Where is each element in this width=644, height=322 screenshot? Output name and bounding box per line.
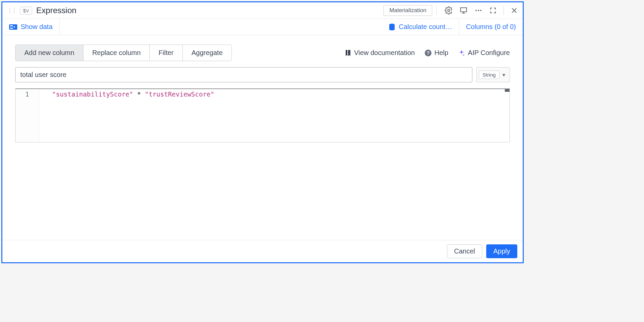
line-number: 1 <box>16 90 39 98</box>
view-documentation-link[interactable]: View documentation <box>345 49 415 57</box>
divider <box>503 6 504 15</box>
panel-subheader: Show data Calculate count… Columns (0 of… <box>2 19 523 35</box>
apply-button[interactable]: Apply <box>486 244 517 258</box>
database-icon <box>389 23 395 31</box>
svg-rect-5 <box>9 24 17 30</box>
bookmark-icon <box>345 49 351 57</box>
expand-icon[interactable] <box>489 7 497 14</box>
column-type-select[interactable]: String ▼ <box>476 67 510 82</box>
svg-rect-7 <box>10 28 13 29</box>
drag-handle-icon[interactable]: ⋮⋮ <box>7 7 16 14</box>
aip-configure-link[interactable]: AIP Configure <box>458 49 510 57</box>
panel-title: Expression <box>36 6 76 15</box>
column-type-label: String <box>479 71 499 79</box>
tab-replace-column[interactable]: Replace column <box>83 45 150 61</box>
expression-panel: ⋮⋮ $V Expression Materialization <box>1 1 524 263</box>
helper-links: View documentation ? Help AIP Configure <box>345 49 510 57</box>
column-config-row: String ▼ <box>15 67 510 82</box>
scroll-marker <box>505 89 510 92</box>
panel-body: Add new column Replace column Filter Agg… <box>2 35 523 240</box>
svg-rect-6 <box>10 25 13 26</box>
editor-code[interactable]: "sustainabilityScore" * "trustReviewScor… <box>39 89 227 142</box>
panel-header: ⋮⋮ $V Expression Materialization <box>2 2 523 19</box>
mode-tabs: Add new column Replace column Filter Agg… <box>15 45 232 61</box>
svg-point-3 <box>478 10 479 11</box>
more-icon[interactable] <box>474 6 482 15</box>
columns-indicator[interactable]: Columns (0 of 0) <box>459 19 523 35</box>
help-icon: ? <box>424 49 432 57</box>
expression-editor[interactable]: 1 "sustainabilityScore" * "trustReviewSc… <box>15 88 510 142</box>
close-icon[interactable] <box>511 7 518 14</box>
show-data-button[interactable]: Show data <box>2 19 60 35</box>
svg-text:?: ? <box>426 50 429 56</box>
tab-add-new-column[interactable]: Add new column <box>16 45 83 61</box>
panel-footer: Cancel Apply <box>2 240 523 262</box>
sparkle-icon <box>458 49 465 57</box>
chevron-down-icon: ▼ <box>501 72 506 78</box>
help-link[interactable]: ? Help <box>424 49 448 57</box>
gear-icon[interactable] <box>445 6 453 15</box>
svg-point-2 <box>475 10 477 11</box>
cancel-button[interactable]: Cancel <box>447 244 482 258</box>
materialization-button[interactable]: Materialization <box>383 5 432 16</box>
svg-point-0 <box>448 9 450 11</box>
variable-badge: $V <box>20 7 32 15</box>
presentation-icon[interactable] <box>460 6 468 15</box>
columns-label: Columns (0 of 0) <box>466 23 516 31</box>
show-data-icon <box>9 24 17 30</box>
calculate-count-label: Calculate count… <box>399 23 452 31</box>
show-data-label: Show data <box>21 23 53 31</box>
divider <box>436 6 437 15</box>
svg-rect-1 <box>461 8 467 12</box>
calculate-count-button[interactable]: Calculate count… <box>382 19 459 35</box>
column-name-input[interactable] <box>15 67 472 82</box>
tab-filter[interactable]: Filter <box>150 45 182 61</box>
svg-point-4 <box>480 10 481 11</box>
tab-aggregate[interactable]: Aggregate <box>183 45 231 61</box>
config-top-row: Add new column Replace column Filter Agg… <box>15 45 510 61</box>
editor-gutter: 1 <box>16 89 39 142</box>
